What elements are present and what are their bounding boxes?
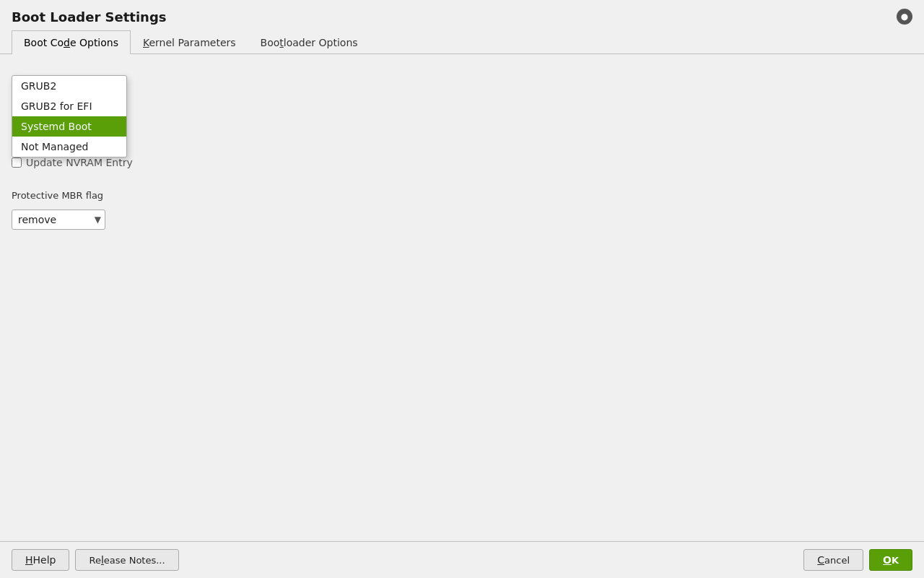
tab-kernel-parameters[interactable]: Kernel Parameters <box>131 30 248 54</box>
tab-boot-code-options[interactable]: Boot Code Options <box>12 30 131 54</box>
dropdown-item-grub2-efi[interactable]: GRUB2 for EFI <box>12 96 126 116</box>
main-content: GRUB2 GRUB2 for EFI Systemd Boot Not Man… <box>0 54 924 541</box>
protective-mbr-label: Protective MBR flag <box>12 190 912 201</box>
bootloader-type-section: GRUB2 GRUB2 for EFI Systemd Boot Not Man… <box>12 66 912 77</box>
footer-left: HHelp Release Notes... <box>12 549 179 571</box>
tab-bootloader-options[interactable]: Bootloader Options <box>248 30 370 54</box>
footer: HHelp Release Notes... Cancel OK <box>0 541 924 578</box>
dropdown-item-not-managed[interactable]: Not Managed <box>12 137 126 157</box>
close-button[interactable]: ● <box>897 9 912 25</box>
dropdown-item-systemd-boot[interactable]: Systemd Boot <box>12 116 126 137</box>
protective-mbr-select[interactable]: remove keep <box>12 210 105 230</box>
dialog-title: Boot Loader Settings <box>12 9 167 25</box>
footer-right: Cancel OK <box>803 549 912 571</box>
help-button[interactable]: HHelp <box>12 549 69 571</box>
nvram-label: Update NVRAM Entry <box>26 157 133 168</box>
tab-bar: Boot Code Options Kernel Parameters Boot… <box>0 30 924 54</box>
protective-mbr-section: Protective MBR flag remove keep ▼ <box>12 190 912 230</box>
release-notes-button[interactable]: Release Notes... <box>75 549 178 571</box>
boot-loader-settings-dialog: Boot Loader Settings ● Boot Code Options… <box>0 0 924 578</box>
cancel-button[interactable]: Cancel <box>803 549 863 571</box>
ok-button[interactable]: OK <box>869 549 912 571</box>
protective-mbr-select-wrap: remove keep ▼ <box>12 210 105 230</box>
bootloader-type-popup[interactable]: GRUB2 GRUB2 for EFI Systemd Boot Not Man… <box>12 75 127 158</box>
nvram-checkbox-row: Update NVRAM Entry <box>12 157 912 168</box>
title-bar: Boot Loader Settings ● <box>0 0 924 30</box>
dropdown-item-grub2[interactable]: GRUB2 <box>12 76 126 96</box>
nvram-checkbox[interactable] <box>12 158 22 168</box>
